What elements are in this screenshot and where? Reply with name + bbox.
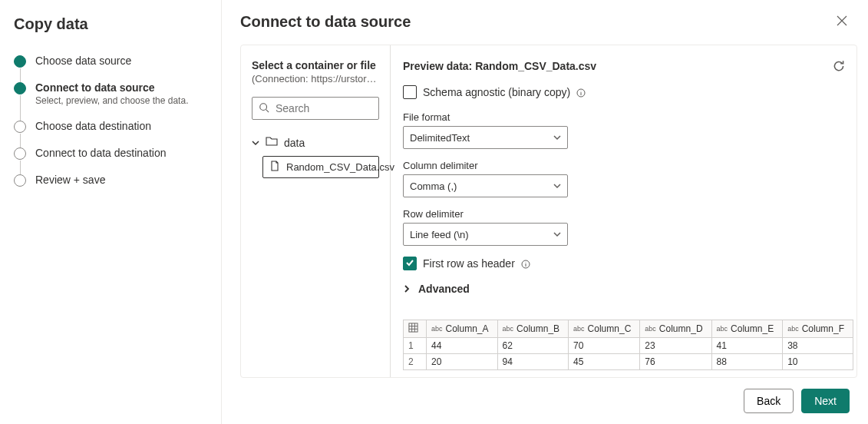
tree-folder[interactable]: data bbox=[252, 132, 379, 153]
type-badge: abc bbox=[787, 325, 799, 333]
check-icon bbox=[405, 257, 414, 270]
refresh-button[interactable] bbox=[832, 59, 846, 73]
step-list: Choose data source Connect to data sourc… bbox=[14, 55, 207, 187]
step-label: Review + save bbox=[35, 174, 105, 186]
info-icon[interactable] bbox=[576, 88, 586, 97]
step-sublabel: Select, preview, and choose the data. bbox=[35, 95, 188, 106]
column-header[interactable]: abcColumn_C bbox=[569, 320, 640, 338]
first-row-header-row[interactable]: First row as header bbox=[403, 257, 853, 270]
step-indicator-icon bbox=[14, 147, 26, 160]
main-header: Connect to data source bbox=[240, 12, 857, 31]
column-header[interactable]: abcColumn_B bbox=[497, 320, 569, 338]
schema-agnostic-label: Schema agnostic (binary copy) bbox=[423, 86, 570, 98]
chevron-down-icon bbox=[252, 137, 259, 149]
file-browser-title: Select a container or file bbox=[252, 59, 379, 71]
cell: 70 bbox=[569, 338, 640, 354]
sidebar: Copy data Choose data source Connect to … bbox=[0, 0, 221, 424]
step-connector bbox=[20, 134, 21, 147]
file-format-field: File format DelimitedText bbox=[403, 111, 853, 149]
back-button[interactable]: Back bbox=[744, 389, 794, 413]
chevron-down-icon bbox=[553, 132, 561, 144]
step-connect-to-data-source[interactable]: Connect to data source Select, preview, … bbox=[14, 81, 207, 120]
chevron-down-icon bbox=[553, 229, 561, 240]
tree-file-selected[interactable]: Random_CSV_Data.csv bbox=[262, 156, 379, 178]
column-header[interactable]: abcColumn_E bbox=[711, 320, 783, 338]
column-header[interactable]: abcColumn_F bbox=[783, 320, 853, 338]
cell: 76 bbox=[640, 354, 711, 370]
type-badge: abc bbox=[431, 325, 443, 333]
step-label: Connect to data source bbox=[35, 81, 188, 94]
folder-label: data bbox=[284, 137, 305, 149]
file-format-select[interactable]: DelimitedText bbox=[403, 126, 568, 149]
schema-agnostic-row[interactable]: Schema agnostic (binary copy) bbox=[403, 85, 853, 99]
table-row: 1 44 62 70 23 41 38 bbox=[404, 338, 853, 354]
cell: 38 bbox=[783, 338, 853, 354]
search-icon bbox=[259, 102, 276, 115]
chevron-down-icon bbox=[553, 181, 561, 192]
step-indicator-icon bbox=[14, 55, 26, 68]
row-index: 1 bbox=[404, 338, 427, 354]
cell: 62 bbox=[497, 338, 569, 354]
preview-table: abcColumn_A abcColumn_B abcColumn_C abcC… bbox=[403, 320, 853, 370]
column-header[interactable]: abcColumn_D bbox=[640, 320, 711, 338]
search-input[interactable] bbox=[276, 102, 372, 114]
row-delimiter-label: Row delimiter bbox=[403, 208, 853, 220]
next-button[interactable]: Next bbox=[801, 389, 850, 413]
step-indicator-icon bbox=[14, 174, 26, 187]
column-name: Column_C bbox=[588, 323, 632, 334]
table-header-row: abcColumn_A abcColumn_B abcColumn_C abcC… bbox=[404, 320, 853, 338]
column-name: Column_F bbox=[802, 323, 844, 334]
column-name: Column_A bbox=[446, 323, 489, 334]
first-row-header-label: First row as header bbox=[423, 257, 515, 270]
column-name: Column_B bbox=[517, 323, 559, 334]
row-delimiter-field: Row delimiter Line feed (\n) bbox=[403, 208, 853, 246]
file-label: Random_CSV_Data.csv bbox=[286, 161, 394, 173]
content-panel: Select a container or file (Connection: … bbox=[240, 45, 857, 378]
cell: 88 bbox=[711, 354, 783, 370]
row-index: 2 bbox=[404, 354, 427, 370]
cell: 10 bbox=[783, 354, 853, 370]
step-indicator-icon bbox=[14, 121, 26, 133]
preview-pane: Preview data: Random_CSV_Data.csv Schema… bbox=[391, 45, 856, 377]
preview-title: Preview data: Random_CSV_Data.csv bbox=[403, 60, 596, 72]
advanced-toggle[interactable]: Advanced bbox=[403, 283, 853, 295]
cell: 41 bbox=[711, 338, 783, 354]
row-delimiter-select[interactable]: Line feed (\n) bbox=[403, 223, 568, 246]
step-choose-data-source[interactable]: Choose data source bbox=[14, 55, 207, 81]
step-review-save[interactable]: Review + save bbox=[14, 174, 207, 187]
step-indicator-icon bbox=[14, 82, 26, 94]
type-badge: abc bbox=[717, 325, 728, 333]
step-connect-to-data-destination[interactable]: Connect to data destination bbox=[14, 147, 207, 174]
step-label: Choose data source bbox=[35, 55, 131, 67]
main: Connect to data source Select a containe… bbox=[221, 0, 868, 424]
column-delimiter-select[interactable]: Comma (,) bbox=[403, 174, 568, 197]
file-format-label: File format bbox=[403, 111, 853, 123]
close-button[interactable] bbox=[833, 12, 851, 31]
footer: Back Next bbox=[240, 389, 857, 413]
folder-icon bbox=[266, 135, 278, 150]
step-choose-data-destination[interactable]: Choose data destination bbox=[14, 120, 207, 147]
table-row: 2 20 94 45 76 88 10 bbox=[404, 354, 853, 370]
step-connector bbox=[20, 161, 21, 174]
step-label: Connect to data destination bbox=[35, 147, 166, 159]
schema-agnostic-checkbox[interactable] bbox=[403, 85, 417, 99]
column-delimiter-field: Column delimiter Comma (,) bbox=[403, 160, 853, 197]
cell: 44 bbox=[427, 338, 498, 354]
step-label: Choose data destination bbox=[35, 120, 151, 132]
cell: 23 bbox=[640, 338, 711, 354]
info-icon[interactable] bbox=[521, 259, 530, 268]
cell: 20 bbox=[427, 354, 498, 370]
cell: 94 bbox=[497, 354, 569, 370]
first-row-header-checkbox[interactable] bbox=[403, 257, 417, 270]
column-header[interactable]: abcColumn_A bbox=[427, 320, 498, 338]
advanced-label: Advanced bbox=[418, 283, 470, 295]
sidebar-title: Copy data bbox=[14, 15, 207, 33]
column-delimiter-value: Comma (,) bbox=[410, 181, 457, 192]
type-badge: abc bbox=[573, 325, 585, 333]
refresh-icon bbox=[832, 63, 846, 75]
cell: 45 bbox=[569, 354, 640, 370]
search-box[interactable] bbox=[252, 97, 379, 120]
file-format-value: DelimitedText bbox=[410, 132, 470, 144]
type-badge: abc bbox=[645, 325, 656, 333]
column-delimiter-label: Column delimiter bbox=[403, 160, 853, 171]
